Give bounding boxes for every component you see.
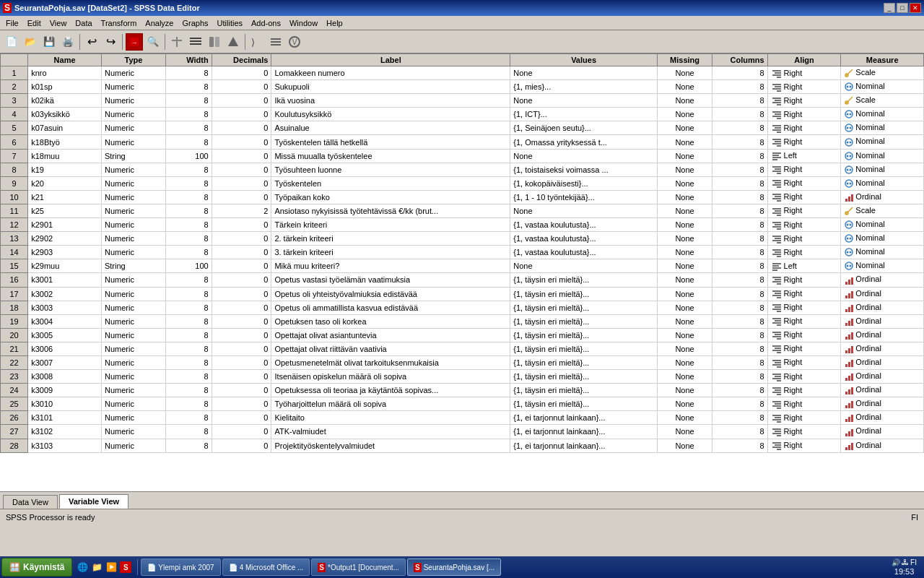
- cell-width[interactable]: 8: [166, 108, 212, 121]
- cell-measure[interactable]: Nominal: [841, 80, 924, 94]
- table-row[interactable]: 1 knro Numeric 8 0 Lomakkeen numero None…: [1, 66, 924, 80]
- cell-width[interactable]: 8: [166, 66, 212, 80]
- cell-values[interactable]: {1, ei tarjonnut lainkaan}...: [510, 439, 658, 452]
- cell-values[interactable]: None: [510, 66, 658, 80]
- cell-columns[interactable]: 8: [712, 425, 767, 439]
- table-row[interactable]: 11 k25 Numeric 8 2 Ansiotaso nykyisissä …: [1, 204, 924, 217]
- cell-width[interactable]: 8: [166, 204, 212, 217]
- cell-type[interactable]: Numeric: [101, 163, 165, 176]
- cell-decimals[interactable]: 0: [212, 439, 271, 452]
- cell-values[interactable]: {1, kokopäiväisesti}...: [510, 176, 658, 190]
- cell-align[interactable]: Right: [767, 328, 841, 342]
- cell-width[interactable]: 8: [166, 439, 212, 452]
- cell-values[interactable]: {1, täysin eri mieltä}...: [510, 384, 658, 397]
- cell-name[interactable]: k3003: [28, 301, 102, 314]
- cell-columns[interactable]: 8: [712, 314, 767, 328]
- cell-decimals[interactable]: 0: [212, 342, 271, 355]
- cell-label[interactable]: Lomakkeen numero: [271, 66, 510, 80]
- cell-align[interactable]: Right: [767, 397, 841, 411]
- taskbar-icon-media[interactable]: ▶️: [105, 561, 117, 573]
- cell-measure[interactable]: Scale: [841, 94, 924, 108]
- cell-label[interactable]: Työsuhteen luonne: [271, 163, 510, 176]
- cell-align[interactable]: Left: [767, 149, 841, 163]
- cell-type[interactable]: Numeric: [101, 411, 165, 425]
- cell-columns[interactable]: 8: [712, 342, 767, 355]
- cell-missing[interactable]: None: [657, 328, 712, 342]
- cell-width[interactable]: 8: [166, 370, 212, 384]
- cell-width[interactable]: 8: [166, 94, 212, 108]
- cell-columns[interactable]: 8: [712, 149, 767, 163]
- cell-align[interactable]: Right: [767, 355, 841, 369]
- cell-values[interactable]: {1, täysin eri mieltä}...: [510, 355, 658, 369]
- menu-analyze[interactable]: Analyze: [141, 17, 178, 29]
- cell-type[interactable]: Numeric: [101, 94, 165, 108]
- cell-name[interactable]: k21: [28, 190, 102, 204]
- cell-align[interactable]: Right: [767, 121, 841, 135]
- table-row[interactable]: 16 k3001 Numeric 8 0 Opetus vastasi työe…: [1, 273, 924, 287]
- cell-values[interactable]: {1, 1 - 10 työntekijää}...: [510, 190, 658, 204]
- cell-label[interactable]: Työskentelen: [271, 176, 510, 190]
- cell-label[interactable]: Työskentelen tällä hetkellä: [271, 135, 510, 149]
- cell-label[interactable]: Opetusmenetelmät olivat tarkoituksenmuka…: [271, 355, 510, 369]
- table-row[interactable]: 15 k29muu String 100 0 Mikä muu kriteeri…: [1, 259, 924, 273]
- cell-values[interactable]: {1, ei tarjonnut lainkaan}...: [510, 425, 658, 439]
- cell-align[interactable]: Right: [767, 439, 841, 452]
- cell-width[interactable]: 8: [166, 218, 212, 232]
- menu-help[interactable]: Help: [322, 17, 347, 29]
- cell-decimals[interactable]: 2: [212, 204, 271, 217]
- cell-type[interactable]: Numeric: [101, 355, 165, 369]
- cell-type[interactable]: Numeric: [101, 176, 165, 190]
- cell-name[interactable]: k18Btyö: [28, 135, 102, 149]
- cell-label[interactable]: Opettajat olivat riittävän vaativia: [271, 342, 510, 355]
- col-header-name[interactable]: Name: [28, 54, 102, 66]
- cell-columns[interactable]: 8: [712, 94, 767, 108]
- cell-decimals[interactable]: 0: [212, 287, 271, 301]
- cell-width[interactable]: 8: [166, 314, 212, 328]
- cell-values[interactable]: {1, täysin eri mieltä}...: [510, 397, 658, 411]
- cell-measure[interactable]: Scale: [841, 66, 924, 80]
- cell-decimals[interactable]: 0: [212, 259, 271, 273]
- tab-data-view[interactable]: Data View: [3, 495, 58, 509]
- cell-name[interactable]: k19: [28, 163, 102, 176]
- cell-width[interactable]: 8: [166, 328, 212, 342]
- cell-measure[interactable]: Ordinal: [841, 301, 924, 314]
- toolbar-insert-variable[interactable]: [187, 33, 204, 51]
- cell-measure[interactable]: Nominal: [841, 176, 924, 190]
- tab-variable-view[interactable]: Variable View: [59, 494, 128, 509]
- menu-view[interactable]: View: [45, 17, 71, 29]
- cell-values[interactable]: None: [510, 204, 658, 217]
- cell-width[interactable]: 8: [166, 301, 212, 314]
- cell-type[interactable]: Numeric: [101, 108, 165, 121]
- cell-type[interactable]: String: [101, 149, 165, 163]
- cell-missing[interactable]: None: [657, 384, 712, 397]
- col-header-columns[interactable]: Columns: [712, 54, 767, 66]
- menu-transform[interactable]: Transform: [97, 17, 141, 29]
- cell-decimals[interactable]: 0: [212, 411, 271, 425]
- cell-columns[interactable]: 8: [712, 176, 767, 190]
- toolbar-split-file[interactable]: [206, 33, 223, 51]
- cell-align[interactable]: Right: [767, 108, 841, 121]
- table-row[interactable]: 22 k3007 Numeric 8 0 Opetusmenetelmät ol…: [1, 355, 924, 369]
- cell-name[interactable]: k20: [28, 176, 102, 190]
- cell-name[interactable]: k2901: [28, 218, 102, 232]
- cell-missing[interactable]: None: [657, 163, 712, 176]
- table-row[interactable]: 27 k3102 Numeric 8 0 ATK-valmiudet {1, e…: [1, 425, 924, 439]
- cell-columns[interactable]: 8: [712, 108, 767, 121]
- cell-missing[interactable]: None: [657, 355, 712, 369]
- cell-measure[interactable]: Ordinal: [841, 190, 924, 204]
- col-header-align[interactable]: Align: [767, 54, 841, 66]
- cell-label[interactable]: Opetus oli ammatillista kasvua edistävää: [271, 301, 510, 314]
- cell-label[interactable]: Opetus oli yhteistyövalmiuksia edistävää: [271, 287, 510, 301]
- cell-measure[interactable]: Nominal: [841, 232, 924, 246]
- cell-columns[interactable]: 8: [712, 397, 767, 411]
- cell-label[interactable]: Työpaikan koko: [271, 190, 510, 204]
- cell-measure[interactable]: Nominal: [841, 108, 924, 121]
- cell-missing[interactable]: None: [657, 370, 712, 384]
- menu-utilities[interactable]: Utilities: [213, 17, 247, 29]
- cell-type[interactable]: Numeric: [101, 273, 165, 287]
- toolbar-use-variable-sets[interactable]: V: [286, 33, 303, 51]
- cell-name[interactable]: k03yksikkö: [28, 108, 102, 121]
- cell-type[interactable]: Numeric: [101, 384, 165, 397]
- cell-type[interactable]: Numeric: [101, 439, 165, 452]
- cell-values[interactable]: None: [510, 94, 658, 108]
